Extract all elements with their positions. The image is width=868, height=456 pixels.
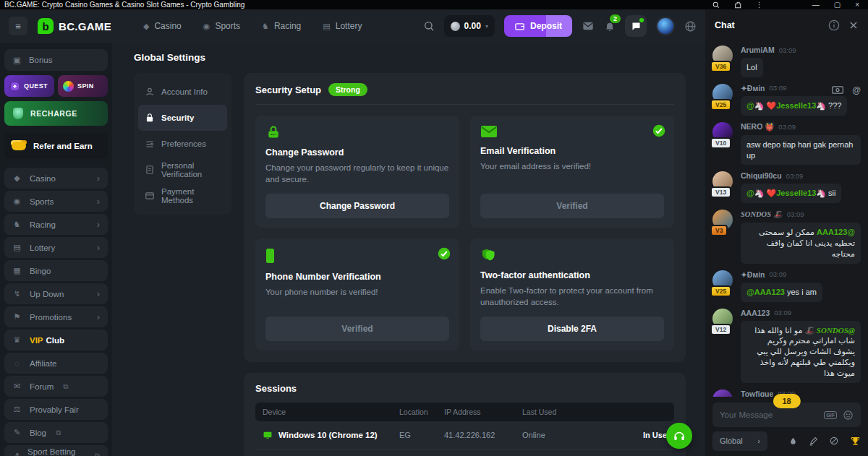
sidebar-item-racing[interactable]: ♞ Racing › bbox=[4, 214, 108, 235]
chat-message: V3 SONDOS 🎩 03:09 @AAA123 ممكن لو سمحتى … bbox=[712, 210, 861, 264]
refer-and-earn[interactable]: Refer and Earn bbox=[4, 133, 108, 159]
nav-racing[interactable]: ♞ Racing bbox=[262, 21, 301, 31]
disable-2fa-button[interactable]: Disable 2FA bbox=[480, 317, 664, 341]
settings-menu-payment-methods[interactable]: Payment Methods bbox=[138, 183, 227, 209]
user-avatar[interactable] bbox=[656, 17, 675, 35]
tip-icon[interactable] bbox=[832, 86, 843, 94]
sidebar-item-bonus[interactable]: ▣ Bonus bbox=[4, 49, 108, 71]
browser-menu-icon[interactable]: ⋮ bbox=[752, 1, 767, 9]
maximize-button[interactable]: ▢ bbox=[830, 1, 845, 9]
hamburger-menu-icon[interactable]: ≡ bbox=[9, 17, 27, 35]
sidebar-item-sport-betting-insights[interactable]: ↗ Sport Betting Insig... ⧉ bbox=[4, 445, 108, 456]
quest-tile[interactable]: QUEST bbox=[4, 75, 54, 97]
credit-card-icon bbox=[145, 191, 155, 201]
emoji-icon[interactable] bbox=[843, 410, 854, 421]
settings-menu-account-info[interactable]: Account Info bbox=[138, 79, 227, 105]
notifications-bell-icon[interactable]: 2 bbox=[604, 20, 616, 33]
sidebar-item-up-down[interactable]: ↯ Up Down › bbox=[4, 283, 108, 304]
change-password-button[interactable]: Change Password bbox=[265, 194, 449, 218]
lock-green-icon bbox=[265, 125, 449, 139]
chat-username[interactable]: Towfique bbox=[741, 390, 773, 397]
chat-username[interactable]: NERO 👹 bbox=[741, 122, 774, 132]
mention[interactable]: @AAA123 bbox=[817, 228, 855, 236]
mention[interactable]: @🦄 ❤️Jesselle13🦄 bbox=[746, 101, 826, 110]
sidebar-item-forum[interactable]: ✉ Forum ⧉ bbox=[4, 376, 108, 397]
shield-green-icon bbox=[480, 248, 664, 262]
deposit-label: Deposit bbox=[530, 21, 562, 31]
chat-message-input[interactable] bbox=[720, 410, 818, 419]
sidebar-item-casino[interactable]: ◆ Casino › bbox=[4, 168, 108, 189]
chat-toggle-button[interactable] bbox=[625, 15, 647, 37]
extensions-icon[interactable] bbox=[730, 1, 746, 9]
sidebar-item-label: Sport Betting Insig... bbox=[27, 447, 85, 456]
minimize-button[interactable]: — bbox=[808, 1, 824, 9]
language-globe-icon[interactable] bbox=[684, 20, 697, 33]
chat-username[interactable]: SONDOS 🎩 bbox=[741, 210, 783, 219]
external-link-icon: ⧉ bbox=[63, 382, 68, 391]
chat-username[interactable]: ✦Ɖмin bbox=[741, 84, 765, 93]
sidebar-item-blog[interactable]: ✎ Blog ⧉ bbox=[4, 422, 108, 443]
quest-target-icon bbox=[9, 81, 20, 92]
sidebar-item-sports[interactable]: ◉ Sports › bbox=[4, 191, 108, 212]
unread-count-badge[interactable]: 18 bbox=[773, 394, 800, 408]
phone-verified-button[interactable]: Verified bbox=[265, 317, 449, 341]
phone-green-icon bbox=[265, 248, 449, 264]
lightning-icon: ↯ bbox=[12, 289, 22, 298]
chevron-right-icon: › bbox=[97, 219, 100, 230]
wallet-balance[interactable]: 0.00 ▾ bbox=[444, 15, 495, 37]
spin-tile[interactable]: SPIN bbox=[58, 75, 108, 97]
chat-messages: V36 ArumiAM 03:09 Lol V25 ✦Ɖмin 03:09 bbox=[705, 41, 868, 397]
settings-menu-security[interactable]: Security bbox=[138, 105, 227, 131]
mention[interactable]: @AAA123 bbox=[746, 288, 785, 296]
chevron-right-icon: › bbox=[97, 288, 100, 299]
email-verified-button[interactable]: Verified bbox=[480, 194, 664, 218]
casino-icon: ◆ bbox=[12, 173, 22, 183]
chat-username[interactable]: AAA123 bbox=[741, 309, 770, 317]
mention[interactable]: @🦄 ❤️Jesselle13🦄 bbox=[746, 189, 826, 197]
preferences-icon bbox=[145, 139, 155, 149]
nav-lottery[interactable]: ▤ Lottery bbox=[323, 21, 362, 31]
support-headset-button[interactable] bbox=[666, 423, 692, 449]
sports-icon: ◉ bbox=[203, 22, 210, 31]
trophy-icon[interactable] bbox=[850, 436, 861, 447]
sidebar-item-promotions[interactable]: ⚑ Promotions › bbox=[4, 306, 108, 327]
sidebar-item-lottery[interactable]: ▤ Lottery › bbox=[4, 237, 108, 258]
sidebar-item-provably-fair[interactable]: ⚖ Provably Fair bbox=[4, 399, 108, 420]
panel-title: Security Setup bbox=[255, 85, 321, 95]
sidebar-item-affiliate[interactable]: ◌ Affiliate bbox=[4, 353, 108, 374]
vip-level-badge: V3 bbox=[710, 225, 728, 236]
settings-menu-label: Payment Methods bbox=[161, 187, 221, 205]
gif-icon[interactable]: GIF bbox=[824, 411, 837, 419]
chat-username[interactable]: ArumiAM bbox=[741, 46, 775, 54]
mail-icon[interactable] bbox=[582, 20, 595, 32]
close-button[interactable]: × bbox=[851, 1, 864, 9]
chat-text: asw depo tiap hari gak pernah up bbox=[746, 140, 853, 160]
brand-logo[interactable]: b BC.GAME bbox=[38, 18, 111, 34]
affiliate-icon: ◌ bbox=[12, 359, 22, 368]
info-icon[interactable] bbox=[828, 20, 840, 31]
chat-username[interactable]: ✦Ɖмin bbox=[741, 270, 765, 279]
sidebar-item-label: Racing bbox=[30, 220, 56, 229]
pencil-icon[interactable] bbox=[809, 436, 818, 446]
nav-casino[interactable]: ◆ Casino bbox=[143, 21, 182, 31]
sidebar-item-label: Blog bbox=[30, 429, 46, 437]
coin-bet-icon[interactable] bbox=[829, 436, 839, 446]
chevron-down-icon: ▾ bbox=[485, 23, 488, 30]
rain-drop-icon[interactable] bbox=[788, 436, 798, 447]
nav-sports[interactable]: ◉ Sports bbox=[203, 21, 240, 31]
search-icon[interactable] bbox=[423, 20, 435, 32]
settings-menu-personal-verification[interactable]: Personal Verification bbox=[138, 157, 227, 183]
sidebar-item-bingo[interactable]: ▦ Bingo bbox=[4, 260, 108, 281]
chat-close-icon[interactable] bbox=[848, 20, 859, 30]
mention[interactable]: @SONDOS 🎩 bbox=[804, 326, 855, 335]
mention-icon[interactable]: @ bbox=[852, 85, 861, 95]
settings-menu-preferences[interactable]: Preferences bbox=[138, 131, 227, 157]
deposit-button[interactable]: Deposit bbox=[504, 15, 572, 37]
sidebar-item-vip-club[interactable]: ♛ VIP Club bbox=[4, 330, 108, 350]
zoom-icon[interactable] bbox=[708, 1, 724, 9]
channel-selector[interactable]: Global › bbox=[712, 431, 767, 451]
recharge-tile[interactable]: RECHARGE bbox=[4, 101, 108, 126]
avatar[interactable] bbox=[712, 390, 733, 397]
chat-username[interactable]: Chiqui90cu bbox=[741, 171, 782, 180]
security-setup-panel: Security Setup Strong Change Password Ch… bbox=[244, 73, 686, 362]
